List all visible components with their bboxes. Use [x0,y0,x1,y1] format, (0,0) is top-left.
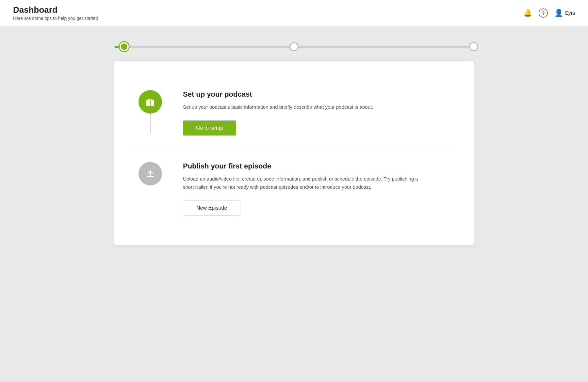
step-1-title: Set up your podcast [183,90,454,99]
step-icon-col-1 [134,90,167,133]
user-avatar-icon: 👤 [554,9,563,17]
user-menu[interactable]: 👤 Eyta [554,9,575,17]
progress-dot-3[interactable] [469,42,478,51]
notification-icon[interactable]: 🔔 [523,9,532,17]
upload-svg [144,168,156,180]
progress-dot-1[interactable] [120,42,129,51]
go-to-setup-button[interactable]: Go to setup [183,120,236,135]
progress-track [114,46,474,48]
page-title: Dashboard [13,5,100,15]
step-2-desc: Upload an audio/video file, create episo… [183,175,418,191]
progress-dot-2[interactable] [289,42,299,51]
step-row-1: Set up your podcast Set up your podcast'… [134,77,454,149]
header: Dashboard Here are some tips to help you… [0,0,588,26]
podcast-setup-icon [139,90,162,114]
progress-area [82,39,506,61]
publish-episode-icon [139,162,162,185]
step-connector-1 [150,114,151,133]
step-content-2: Publish your first episode Upload an aud… [167,162,454,216]
header-left: Dashboard Here are some tips to help you… [13,5,100,21]
dashboard-card: Set up your podcast Set up your podcast'… [114,61,474,245]
svg-rect-4 [147,176,154,177]
page-subtitle: Here are some tips to help you get start… [13,16,100,21]
new-episode-button[interactable]: New Episode [183,200,240,216]
help-icon[interactable]: ? [539,8,548,18]
step-1-desc: Set up your podcast's basic information … [183,103,418,111]
step-content-1: Set up your podcast Set up your podcast'… [167,90,454,135]
briefcase-svg [144,96,156,108]
step-icon-col-2 [134,162,167,185]
step-row-2: Publish your first episode Upload an aud… [134,149,454,229]
main-content: Set up your podcast Set up your podcast'… [0,26,588,382]
user-name: Eyta [565,10,575,16]
header-right: 🔔 ? 👤 Eyta [523,8,575,18]
step-2-title: Publish your first episode [183,162,454,170]
